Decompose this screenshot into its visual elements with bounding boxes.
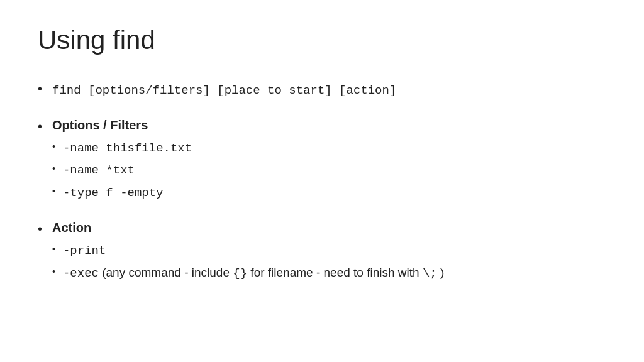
action-sublist: • -print • -exec (any command - include … [52, 241, 444, 282]
sub-item-exec: • -exec (any command - include {} for fi… [52, 264, 444, 283]
exec-plain-1: (any command - include [102, 266, 233, 279]
sub-text-act1: -print [63, 241, 106, 260]
exec-braces: {} [233, 266, 247, 280]
options-filters-item: • Options / Filters • -name thisfile.txt… [38, 118, 606, 202]
page-title: Using find [38, 25, 606, 55]
sub-text-act2: -exec (any command - include {} for file… [63, 264, 444, 283]
sub-dot-act1: • [52, 244, 55, 254]
sub-dot-3: • [52, 186, 55, 196]
syntax-text: find [options/filters] [place to start] … [52, 80, 396, 99]
sub-item-name-thisfile: • -name thisfile.txt [52, 139, 192, 158]
sub-code-act1: -print [63, 244, 106, 258]
syntax-item: • find [options/filters] [place to start… [38, 80, 606, 99]
action-label: Action [52, 221, 91, 234]
content-area: • find [options/filters] [place to start… [38, 80, 606, 293]
options-filters-label: Options / Filters [52, 118, 148, 132]
bullet-dot-action: • [38, 222, 42, 236]
syntax-code: find [options/filters] [place to start] … [52, 84, 396, 97]
sub-text-3: -type f -empty [63, 184, 164, 202]
exec-terminator: \; [423, 266, 437, 280]
options-filters-sublist: • -name thisfile.txt • -name *txt • -typ… [52, 139, 192, 202]
options-filters-content: Options / Filters • -name thisfile.txt •… [52, 118, 192, 202]
sub-item-print: • -print [52, 241, 444, 260]
bullet-dot-syntax: • [38, 82, 42, 96]
sub-code-2: -name *txt [63, 163, 135, 177]
sub-dot-2: • [52, 163, 55, 173]
sub-item-type-empty: • -type f -empty [52, 184, 192, 202]
sub-code-act2: -exec [63, 266, 99, 280]
sub-code-1: -name thisfile.txt [63, 141, 192, 155]
sub-dot-act2: • [52, 266, 55, 277]
action-content: Action • -print • -exec (any command - i… [52, 221, 444, 282]
sub-dot-1: • [52, 141, 55, 151]
bullet-dot-options: • [38, 119, 42, 134]
sub-code-3: -type f -empty [63, 186, 164, 200]
exec-plain-3: ) [440, 266, 444, 279]
exec-plain-2: for filename - need to finish with [250, 266, 423, 279]
sub-item-name-wildcard: • -name *txt [52, 161, 192, 180]
sub-text-2: -name *txt [63, 161, 135, 180]
sub-text-1: -name thisfile.txt [63, 139, 192, 158]
action-item: • Action • -print • -exec (any command -… [38, 221, 606, 282]
